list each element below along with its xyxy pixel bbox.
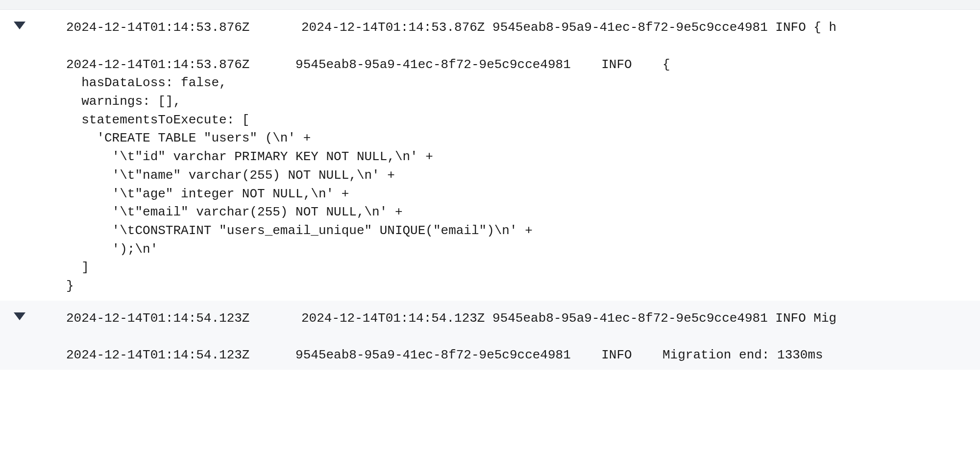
log-message-preview: 2024-12-14T01:14:54.123Z 9545eab8-95a9-4…: [279, 309, 836, 328]
log-detail-header: 2024-12-14T01:14:54.123Z 9545eab8-95a9-4…: [66, 346, 980, 365]
header-row: [0, 0, 980, 10]
log-message-preview: 2024-12-14T01:14:53.876Z 9545eab8-95a9-4…: [279, 19, 836, 37]
log-summary-row[interactable]: 2024-12-14T01:14:53.876Z 2024-12-14T01:1…: [0, 15, 980, 41]
chevron-down-icon: [14, 22, 25, 29]
log-entry: 2024-12-14T01:14:53.876Z 2024-12-14T01:1…: [0, 10, 980, 301]
chevron-down-icon: [14, 312, 25, 320]
log-entry: 2024-12-14T01:14:54.123Z 2024-12-14T01:1…: [0, 301, 980, 370]
expand-toggle[interactable]: [0, 19, 39, 29]
log-detail-header: 2024-12-14T01:14:53.876Z 9545eab8-95a9-4…: [66, 56, 980, 74]
log-timestamp: 2024-12-14T01:14:54.123Z: [39, 309, 279, 328]
log-detail: 2024-12-14T01:14:54.123Z 9545eab8-95a9-4…: [0, 332, 980, 365]
log-timestamp: 2024-12-14T01:14:53.876Z: [39, 19, 279, 37]
log-viewer: 2024-12-14T01:14:53.876Z 2024-12-14T01:1…: [0, 0, 980, 370]
log-summary-row[interactable]: 2024-12-14T01:14:54.123Z 2024-12-14T01:1…: [0, 306, 980, 332]
log-detail: 2024-12-14T01:14:53.876Z 9545eab8-95a9-4…: [0, 41, 980, 296]
expand-toggle[interactable]: [0, 309, 39, 320]
log-detail-body: hasDataLoss: false, warnings: [], statem…: [66, 74, 980, 295]
